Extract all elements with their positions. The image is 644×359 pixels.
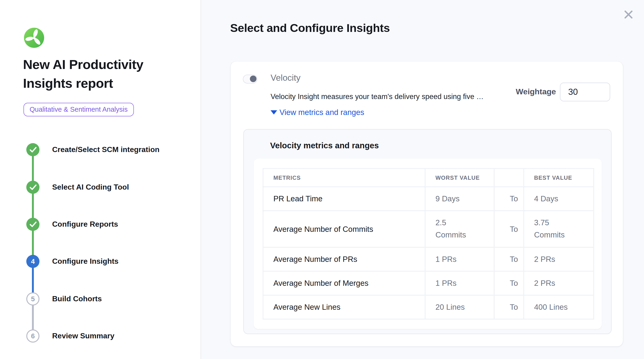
best-value-cell: 2 PRs xyxy=(524,271,594,295)
metric-name-cell: Average Number of PRs xyxy=(263,247,425,271)
table-row: Average Number of PRs 1 PRs To 2 PRs xyxy=(263,247,594,271)
insight-name: Velocity xyxy=(270,72,301,84)
to-cell: To xyxy=(494,295,524,319)
sidebar-step-configure-insights[interactable]: 4 Configure Insights xyxy=(0,255,201,268)
check-icon xyxy=(26,143,40,156)
worst-value-cell: 1 PRs xyxy=(425,271,494,295)
to-cell: To xyxy=(494,211,524,247)
step-number-badge: 4 xyxy=(26,255,40,268)
worst-value-cell: 9 Days xyxy=(425,187,494,211)
table-row: Average New Lines 20 Lines To 400 Lines xyxy=(263,295,594,319)
to-cell: To xyxy=(494,247,524,271)
table-row: PR Lead Time 9 Days To 4 Days xyxy=(263,187,594,211)
step-label: Configure Reports xyxy=(52,220,118,229)
col-header-worst-value: WORST VALUE xyxy=(425,168,494,187)
metrics-panel-title: Velocity metrics and ranges xyxy=(270,141,379,151)
metric-name-cell: Average New Lines xyxy=(263,295,425,319)
caret-down-icon xyxy=(270,110,277,114)
view-metrics-label: View metrics and ranges xyxy=(280,106,364,118)
metric-name-cell: Average Number of Merges xyxy=(263,271,425,295)
view-metrics-link[interactable]: View metrics and ranges xyxy=(270,106,364,118)
stepper: Create/Select SCM integration Select AI … xyxy=(0,0,201,359)
sidebar-step-create-select-scm[interactable]: Create/Select SCM integration xyxy=(0,143,201,156)
col-header-metrics: METRICS xyxy=(263,168,425,187)
metrics-ranges-panel: Velocity metrics and ranges METRICS WORS… xyxy=(243,129,612,334)
step-number-badge: 5 xyxy=(26,292,40,306)
table-row: Average Number of Merges 1 PRs To 2 PRs xyxy=(263,271,594,295)
toggle-knob xyxy=(250,75,256,82)
step-label: Select AI Coding Tool xyxy=(52,183,129,191)
sidebar-step-build-cohorts[interactable]: 5 Build Cohorts xyxy=(0,292,201,306)
check-icon xyxy=(26,181,40,194)
step-label: Create/Select SCM integration xyxy=(52,145,160,154)
worst-value-cell: 1 PRs xyxy=(425,247,494,271)
worst-value-cell: 20 Lines xyxy=(425,295,494,319)
step-label: Configure Insights xyxy=(52,257,118,266)
to-cell: To xyxy=(494,271,524,295)
best-value-cell: 2 PRs xyxy=(524,247,594,271)
col-header-best-value: BEST VALUE xyxy=(524,168,594,187)
sidebar-step-select-ai-coding-tool[interactable]: Select AI Coding Tool xyxy=(0,181,201,194)
worst-value-cell: 2.5 Commits xyxy=(425,211,494,247)
metrics-table-container: METRICS WORST VALUE BEST VALUE PR Lead T… xyxy=(254,159,602,329)
metric-name-cell: Average Number of Commits xyxy=(263,211,425,247)
velocity-insight-card: Velocity Velocity Insight measures your … xyxy=(231,61,623,346)
best-value-cell: 3.75 Commits xyxy=(524,211,594,247)
best-value-cell: 4 Days xyxy=(524,187,594,211)
weightage-input[interactable] xyxy=(560,83,610,101)
velocity-toggle[interactable] xyxy=(243,75,258,83)
table-header-row: METRICS WORST VALUE BEST VALUE xyxy=(263,168,594,187)
check-icon xyxy=(26,218,40,231)
configure-insights-panel: Select and Configure Insights Velocity V… xyxy=(201,0,644,359)
step-label: Build Cohorts xyxy=(52,295,102,303)
step-number-badge: 6 xyxy=(26,330,40,343)
close-icon[interactable] xyxy=(622,8,635,21)
table-row: Average Number of Commits 2.5 Commits To… xyxy=(263,211,594,247)
sidebar: New AI Productivity Insights report Qual… xyxy=(0,0,201,359)
metrics-table: METRICS WORST VALUE BEST VALUE PR Lead T… xyxy=(262,168,594,320)
sidebar-step-configure-reports[interactable]: Configure Reports xyxy=(0,218,201,231)
to-cell: To xyxy=(494,187,524,211)
best-value-cell: 400 Lines xyxy=(524,295,594,319)
col-header-to xyxy=(494,168,524,187)
weightage-field-group: Weightage xyxy=(516,83,610,101)
app-window: New AI Productivity Insights report Qual… xyxy=(0,0,644,359)
weightage-label: Weightage xyxy=(516,87,556,97)
page-title: Select and Configure Insights xyxy=(230,21,390,35)
sidebar-step-review-summary[interactable]: 6 Review Summary xyxy=(0,330,201,343)
metric-name-cell: PR Lead Time xyxy=(263,187,425,211)
step-label: Review Summary xyxy=(52,332,114,340)
